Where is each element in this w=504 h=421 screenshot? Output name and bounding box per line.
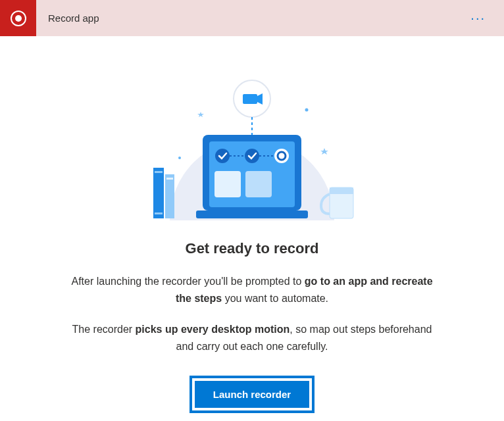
svg-rect-23 [166,178,173,180]
svg-rect-10 [196,210,308,218]
paragraph-1: After launching the recorder you'll be p… [68,273,436,307]
svg-point-11 [215,149,230,163]
svg-rect-17 [214,171,241,197]
header-bar: Record app ··· [0,0,504,36]
svg-point-2 [305,109,309,112]
svg-rect-18 [245,171,272,197]
launch-button-highlight: Launch recorder [189,376,315,413]
record-icon-box [0,0,36,36]
svg-rect-25 [330,187,353,194]
launch-recorder-button[interactable]: Launch recorder [195,381,309,408]
paragraph-2: The recorder picks up every desktop moti… [68,321,436,355]
record-icon [11,11,26,26]
illustration [140,62,364,227]
content-area: Get ready to record After launching the … [0,36,504,421]
header-left: Record app [8,0,99,36]
svg-rect-22 [165,174,174,218]
svg-rect-19 [153,168,164,218]
svg-rect-20 [155,171,163,173]
svg-point-13 [245,149,259,163]
svg-rect-5 [243,94,257,104]
header-title: Record app [48,12,99,24]
record-icon-dot [15,15,22,22]
p2-bold: picks up every desktop motion [136,324,290,335]
svg-point-15 [274,149,289,163]
svg-point-0 [178,157,181,159]
p2-prefix: The recorder [72,324,136,335]
svg-rect-21 [155,212,163,214]
more-options-button[interactable]: ··· [465,8,491,28]
heading: Get ready to record [186,240,319,257]
svg-marker-1 [197,112,204,117]
p1-suffix: you want to automate. [222,293,328,304]
svg-marker-3 [320,148,328,155]
p1-prefix: After launching the recorder you'll be p… [71,276,304,287]
